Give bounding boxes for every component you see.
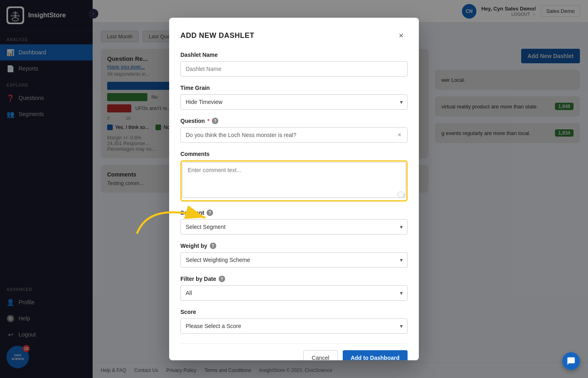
time-grain-label: Time Grain: [180, 85, 408, 91]
score-group: Score Please Select a Score ▾: [180, 309, 408, 334]
segment-help-icon[interactable]: ?: [207, 210, 213, 216]
comments-textarea-wrapper: [180, 160, 408, 201]
filter-by-date-label: Filter by Date ?: [180, 276, 408, 282]
question-group: Question * ? ×: [180, 118, 408, 143]
weight-by-select-wrapper: Select Weighting Scheme ▾: [180, 252, 408, 268]
weight-by-select[interactable]: Select Weighting Scheme: [180, 252, 408, 268]
modal-overlay: ADD NEW DASHLET × Dashlet Name Time Grai…: [0, 0, 588, 378]
time-grain-select-wrapper: Hide Timeview ▾: [180, 94, 408, 110]
filter-date-help-icon[interactable]: ?: [219, 276, 225, 282]
weight-by-help-icon[interactable]: ?: [210, 243, 216, 249]
modal-close-button[interactable]: ×: [395, 29, 408, 42]
dashlet-name-label: Dashlet Name: [180, 52, 408, 58]
modal: ADD NEW DASHLET × Dashlet Name Time Grai…: [169, 18, 419, 360]
modal-header: ADD NEW DASHLET ×: [180, 29, 408, 42]
filter-by-date-group: Filter by Date ? All ▾: [180, 276, 408, 301]
question-label: Question * ?: [180, 118, 408, 124]
question-help-icon[interactable]: ?: [212, 118, 218, 124]
segment-group: Segment ? Select Segment ▾: [180, 210, 408, 235]
comments-group: Comments: [180, 151, 408, 201]
modal-footer: Cancel Add to Dashboard: [180, 343, 408, 360]
score-select-wrapper: Please Select a Score ▾: [180, 318, 408, 334]
question-clear-icon[interactable]: ×: [395, 131, 404, 139]
score-label: Score: [180, 309, 408, 315]
chat-icon: [567, 357, 576, 366]
filter-by-date-select[interactable]: All: [180, 285, 408, 301]
dashlet-name-group: Dashlet Name: [180, 52, 408, 77]
comments-label: Comments: [180, 151, 408, 157]
question-input[interactable]: [180, 127, 408, 143]
comments-textarea[interactable]: [182, 162, 406, 198]
modal-title: ADD NEW DASHLET: [180, 31, 255, 40]
time-grain-select[interactable]: Hide Timeview: [180, 94, 408, 110]
chat-bubble[interactable]: [562, 352, 580, 370]
required-star: *: [207, 118, 209, 124]
time-grain-group: Time Grain Hide Timeview ▾: [180, 85, 408, 110]
segment-select-wrapper: Select Segment ▾: [180, 219, 408, 235]
filter-by-date-select-wrapper: All ▾: [180, 285, 408, 301]
resize-handle: [398, 191, 404, 198]
cancel-button[interactable]: Cancel: [303, 350, 338, 360]
segment-label: Segment ?: [180, 210, 408, 216]
segment-select[interactable]: Select Segment: [180, 219, 408, 235]
weight-by-group: Weight by ? Select Weighting Scheme ▾: [180, 243, 408, 268]
dashlet-name-input[interactable]: [180, 61, 408, 77]
add-to-dashboard-button[interactable]: Add to Dashboard: [343, 350, 408, 360]
weight-by-label: Weight by ?: [180, 243, 408, 249]
question-input-wrapper: ×: [180, 127, 408, 143]
score-select[interactable]: Please Select a Score: [180, 318, 408, 334]
